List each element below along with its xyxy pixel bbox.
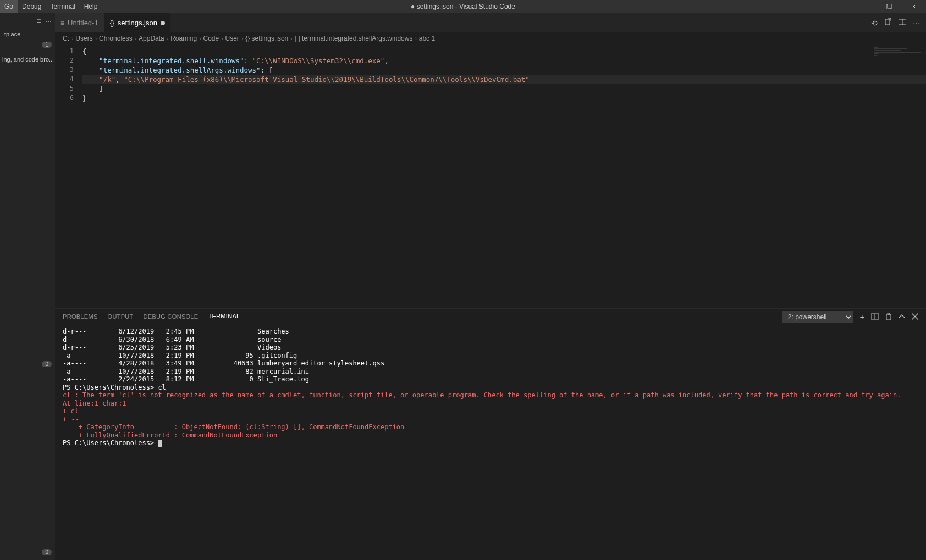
close-button[interactable] bbox=[901, 0, 926, 13]
chevron-right-icon: › bbox=[415, 36, 416, 42]
chevron-right-icon: › bbox=[167, 36, 168, 42]
menu-help[interactable]: Help bbox=[80, 0, 102, 13]
chevron-right-icon: › bbox=[199, 36, 201, 42]
code-editor[interactable]: { "terminal.integrated.shell.windows": "… bbox=[82, 45, 926, 308]
title-bar: Go Debug Terminal Help ● settings.json -… bbox=[0, 0, 926, 13]
terminal-line: + FullyQualifiedErrorId : CommandNotFoun… bbox=[63, 431, 918, 440]
crumb[interactable]: User bbox=[225, 35, 239, 42]
file-icon: ≡ bbox=[60, 19, 64, 27]
crumb[interactable]: AppData bbox=[139, 35, 164, 42]
panel-tabs: PROBLEMS OUTPUT DEBUG CONSOLE TERMINAL 2… bbox=[55, 309, 926, 325]
kill-terminal-icon[interactable] bbox=[885, 313, 892, 322]
new-terminal-icon[interactable]: + bbox=[860, 313, 864, 321]
terminal-line: + cl bbox=[63, 407, 918, 415]
sidebar-badge-bottom: 0 bbox=[42, 549, 52, 555]
terminal-line: cl : The term 'cl' is not recognized as … bbox=[63, 391, 918, 400]
terminal-prompt: PS C:\Users\Chronoless> bbox=[63, 439, 918, 447]
maximize-panel-icon[interactable] bbox=[899, 313, 905, 321]
terminal-line: PS C:\Users\Chronoless> cl bbox=[63, 384, 918, 392]
panel-tab-problems[interactable]: PROBLEMS bbox=[63, 313, 98, 321]
panel-tab-terminal[interactable]: TERMINAL bbox=[208, 313, 240, 321]
sidebar-item-enabled[interactable]: 1 bbox=[0, 40, 55, 49]
sidebar: ≡ ··· tplace 1 ing, and code bro... ⚙ 0 … bbox=[0, 13, 55, 560]
code-line: ] bbox=[82, 84, 926, 93]
terminal-line: + ~~ bbox=[63, 415, 918, 424]
split-icon bbox=[899, 18, 906, 26]
split-terminal-icon[interactable] bbox=[871, 313, 879, 322]
sidebar-recommended[interactable]: 0 bbox=[0, 360, 55, 372]
terminal-line: d-r--- 6/12/2019 2:45 PM Searches bbox=[63, 328, 918, 336]
line-gutter: 123456 bbox=[55, 45, 82, 308]
tab-label: Untitled-1 bbox=[68, 19, 98, 27]
code-line: { bbox=[82, 47, 926, 56]
crumb[interactable]: C: bbox=[63, 35, 69, 42]
trash-icon bbox=[885, 313, 892, 320]
minimize-button[interactable] bbox=[852, 0, 877, 13]
crumb[interactable]: Users bbox=[75, 35, 92, 42]
menu-debug[interactable]: Debug bbox=[18, 0, 46, 13]
maximize-button[interactable] bbox=[877, 0, 901, 13]
panel-tab-output[interactable]: OUTPUT bbox=[108, 313, 134, 321]
chevron-right-icon: › bbox=[95, 36, 97, 42]
panel-tab-debug-console[interactable]: DEBUG CONSOLE bbox=[144, 313, 199, 321]
menu-terminal[interactable]: Terminal bbox=[46, 0, 79, 13]
code-line: "terminal.integrated.shell.windows": "C:… bbox=[82, 56, 926, 65]
svg-rect-0 bbox=[862, 7, 867, 7]
more-icon[interactable]: ··· bbox=[45, 16, 52, 25]
split-icon bbox=[871, 313, 879, 320]
chevron-right-icon: › bbox=[71, 36, 73, 42]
terminal-selector[interactable]: 2: powershell bbox=[782, 311, 853, 323]
compare-icon[interactable]: ⟲ bbox=[871, 19, 878, 27]
crumb[interactable]: Chronoless bbox=[99, 35, 133, 42]
code-line-active: "/k", "C:\\Program Files (x86)\\Microsof… bbox=[82, 75, 926, 84]
code-line: } bbox=[82, 93, 926, 103]
terminal-line: d-r--- 6/25/2019 5:23 PM Videos bbox=[63, 343, 918, 352]
close-panel-icon[interactable] bbox=[912, 313, 918, 321]
open-changes-icon[interactable] bbox=[884, 18, 892, 27]
chevron-up-icon bbox=[899, 313, 905, 320]
braces-icon: {} bbox=[110, 19, 114, 27]
terminal-line: -a---- 4/28/2018 3:49 PM 40633 lumberyar… bbox=[63, 359, 918, 368]
tab-actions: ⟲ ··· bbox=[864, 13, 926, 32]
collapse-icon[interactable]: ≡ bbox=[36, 16, 41, 25]
crumb[interactable]: [ ] terminal.integrated.shellArgs.window… bbox=[295, 35, 413, 42]
sidebar-badge-zero: 0 bbox=[42, 361, 52, 367]
terminal-line: At line:1 char:1 bbox=[63, 400, 918, 408]
content-area: ≡ Untitled-1 {} settings.json ⟲ ··· bbox=[55, 13, 926, 560]
crumb[interactable]: abc 1 bbox=[419, 35, 435, 42]
tab-settings-json[interactable]: {} settings.json bbox=[104, 13, 171, 32]
cursor-icon bbox=[158, 440, 162, 447]
sidebar-bottom[interactable]: 0 bbox=[0, 548, 55, 560]
svg-rect-2 bbox=[888, 4, 892, 8]
sidebar-item-marketplace[interactable]: tplace bbox=[0, 29, 55, 40]
chevron-right-icon: › bbox=[290, 36, 292, 42]
menu-go[interactable]: Go bbox=[0, 0, 18, 13]
crumb[interactable]: Code bbox=[203, 35, 219, 42]
terminal[interactable]: d-r--- 6/12/2019 2:45 PM Searchesd----- … bbox=[55, 325, 926, 560]
more-actions-icon[interactable]: ··· bbox=[913, 19, 919, 27]
sidebar-item-label: tplace bbox=[4, 31, 20, 37]
split-editor-icon[interactable] bbox=[899, 18, 906, 27]
editor-tabs: ≡ Untitled-1 {} settings.json ⟲ ··· bbox=[55, 13, 926, 32]
chevron-right-icon: › bbox=[241, 36, 243, 42]
panel-actions: 2: powershell + bbox=[782, 311, 918, 323]
sidebar-badge: 1 bbox=[42, 42, 52, 48]
tab-untitled[interactable]: ≡ Untitled-1 bbox=[55, 13, 104, 32]
window-title: ● settings.json - Visual Studio Code bbox=[411, 3, 515, 10]
breadcrumbs: C:› Users› Chronoless› AppData› Roaming›… bbox=[55, 32, 926, 45]
chevron-right-icon: › bbox=[221, 36, 223, 42]
sidebar-item-extension[interactable]: ing, and code bro... ⚙ bbox=[0, 49, 55, 65]
sidebar-header: ≡ ··· bbox=[0, 13, 55, 29]
sidebar-item-label: ing, and code bro... bbox=[2, 56, 54, 63]
dirty-indicator-icon bbox=[161, 21, 165, 25]
tab-label: settings.json bbox=[118, 19, 157, 27]
minimize-icon bbox=[862, 7, 867, 7]
terminal-line: -a---- 10/7/2018 2:19 PM 95 .gitconfig bbox=[63, 352, 918, 360]
crumb[interactable]: Roaming bbox=[170, 35, 197, 42]
close-icon bbox=[911, 4, 917, 9]
svg-rect-3 bbox=[885, 19, 890, 25]
editor[interactable]: 123456 { "terminal.integrated.shell.wind… bbox=[55, 45, 926, 308]
terminal-line: -a---- 10/7/2018 2:19 PM 82 mercurial.in… bbox=[63, 368, 918, 376]
crumb[interactable]: {} settings.json bbox=[245, 35, 288, 42]
terminal-line: d----- 6/30/2018 6:49 AM source bbox=[63, 336, 918, 344]
